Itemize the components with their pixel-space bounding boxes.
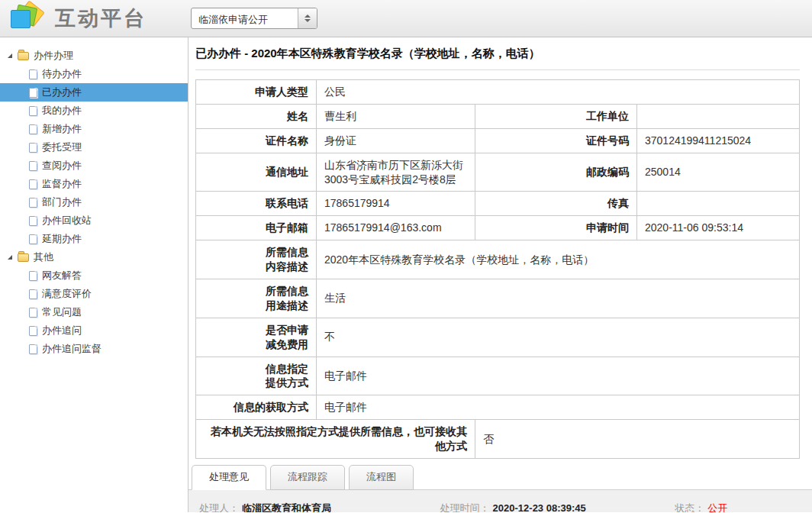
- applicant-type-label: 申请人类型: [196, 80, 317, 105]
- handler-group: 处理人：临淄区教育和体育局: [199, 502, 440, 512]
- postal-code-value: 250014: [637, 153, 800, 192]
- title-divider: [195, 69, 800, 70]
- alternative-method-value: 否: [475, 420, 800, 459]
- sidebar-item-view-items[interactable]: 查阅办件: [0, 156, 188, 175]
- logo-blue-square: [11, 10, 31, 28]
- document-icon: [29, 106, 37, 116]
- info-purpose-label: 所需信息 用途描述: [196, 279, 317, 318]
- document-icon: [29, 124, 37, 134]
- status-group: 状态：公开: [675, 502, 801, 512]
- sidebar-section-item-handling[interactable]: 办件办理: [0, 47, 188, 65]
- channel-select[interactable]: 临淄依申请公开: [191, 8, 317, 29]
- obtain-method-label: 信息的获取方式: [196, 395, 317, 420]
- document-icon: [29, 308, 37, 318]
- sidebar-item-entrusted-acceptance[interactable]: 委托受理: [0, 138, 188, 156]
- sidebar-item-label: 我的办件: [42, 104, 82, 118]
- info-purpose-value: 生活: [317, 279, 800, 318]
- work-unit-value: [637, 104, 800, 128]
- document-icon: [29, 198, 37, 208]
- tab-process-tracking[interactable]: 流程跟踪: [270, 465, 345, 490]
- email-value: 17865179914@163.com: [317, 216, 475, 240]
- main-content: 已办办件 - 2020年本区特殊教育学校名录（学校地址，名称，电话） 申请人类型…: [188, 37, 812, 512]
- sidebar-item-label: 办件追问: [42, 324, 82, 337]
- document-icon: [29, 161, 37, 171]
- app-logo-icon: [9, 3, 44, 34]
- sidebar-item-department-items[interactable]: 部门办件: [0, 193, 188, 211]
- document-icon: [29, 234, 37, 244]
- sidebar-item-todo-items[interactable]: 待办办件: [0, 65, 188, 83]
- sidebar-item-delayed-items[interactable]: 延期办件: [0, 230, 188, 248]
- status-label: 状态：: [675, 502, 704, 512]
- sidebar-item-label: 部门办件: [42, 195, 82, 209]
- sidebar-item-supervised-items[interactable]: 监督办件: [0, 175, 188, 193]
- channel-select-value: 临淄依申请公开: [192, 8, 298, 28]
- name-label: 姓名: [196, 104, 317, 128]
- document-icon: [29, 344, 37, 354]
- sidebar-item-satisfaction-rating[interactable]: 满意度评价: [0, 285, 188, 303]
- app-header: 互动平台 临淄依申请公开: [0, 0, 812, 37]
- select-stepper-icon[interactable]: [298, 8, 317, 28]
- handling-opinion-panel: 处理人：临淄区教育和体育局 处理时间：2020-12-23 08:39:45 状…: [188, 489, 812, 512]
- table-row: 所需信息 用途描述 生活: [196, 279, 800, 318]
- sidebar-item-my-items[interactable]: 我的办件: [0, 102, 188, 120]
- info-content-label: 所需信息 内容描述: [196, 240, 317, 279]
- app-title: 互动平台: [55, 5, 147, 32]
- sidebar-item-label: 委托受理: [42, 140, 82, 154]
- sidebar-item-new-item[interactable]: 新增办件: [0, 120, 188, 138]
- certificate-number-label: 证件号码: [475, 128, 637, 153]
- work-unit-label: 工作单位: [475, 104, 637, 128]
- delivery-method-value: 电子邮件: [317, 357, 800, 395]
- document-icon: [29, 143, 37, 153]
- sidebar-item-label: 新增办件: [42, 122, 82, 136]
- postal-code-label: 邮政编码: [475, 153, 637, 192]
- fee-waiver-value: 不: [317, 318, 800, 357]
- document-icon: [29, 289, 37, 299]
- email-label: 电子邮箱: [196, 216, 317, 240]
- mailing-address-value: 山东省济南市历下区新泺大街3003号宝威科技园2号楼8层: [317, 153, 475, 192]
- sidebar-item-label: 延期办件: [42, 232, 82, 246]
- phone-value: 17865179914: [317, 192, 475, 216]
- name-value: 曹生利: [317, 104, 475, 128]
- expand-arrow-icon[interactable]: [8, 53, 12, 58]
- table-row: 信息的获取方式 电子邮件: [196, 395, 800, 420]
- document-icon: [29, 88, 37, 98]
- applicant-type-value: 公民: [317, 80, 800, 105]
- fee-waiver-label: 是否申请 减免费用: [196, 318, 317, 357]
- expand-arrow-icon[interactable]: [8, 255, 12, 260]
- sidebar-tree: 办件办理 待办办件 已办办件 我的办件 新增办件 委托受理 查阅办件 监督办件: [0, 37, 188, 512]
- handle-time-value: 2020-12-23 08:39:45: [493, 502, 586, 512]
- table-row: 是否申请 减免费用 不: [196, 318, 800, 357]
- sidebar-item-netizen-answers[interactable]: 网友解答: [0, 266, 188, 285]
- certificate-name-value: 身份证: [317, 128, 475, 153]
- sidebar-item-done-items[interactable]: 已办办件: [0, 83, 188, 102]
- table-row: 联系电话 17865179914 传真: [196, 192, 800, 216]
- table-row: 通信地址 山东省济南市历下区新泺大街3003号宝威科技园2号楼8层 邮政编码 2…: [196, 153, 800, 192]
- table-row: 若本机关无法按照指定方式提供所需信息，也可接收其他方式 否: [196, 420, 800, 459]
- alternative-method-label: 若本机关无法按照指定方式提供所需信息，也可接收其他方式: [196, 420, 475, 459]
- sidebar-section-label: 办件办理: [34, 49, 73, 63]
- sidebar-item-label: 满意度评价: [42, 287, 92, 301]
- document-icon: [29, 271, 37, 281]
- document-icon: [29, 326, 37, 336]
- info-content-value: 2020年本区特殊教育学校名录（学校地址，名称，电话）: [317, 240, 800, 279]
- page-title: 已办办件 - 2020年本区特殊教育学校名录（学校地址，名称，电话）: [195, 47, 800, 61]
- apply-time-value: 2020-11-06 09:53:14: [637, 216, 800, 240]
- sidebar-section-others[interactable]: 其他: [0, 248, 188, 266]
- sidebar-item-recycle-bin[interactable]: 办件回收站: [0, 211, 188, 230]
- table-row: 姓名 曹生利 工作单位: [196, 104, 800, 128]
- certificate-name-label: 证件名称: [196, 128, 317, 153]
- table-row: 信息指定 提供方式 电子邮件: [196, 357, 800, 395]
- sidebar-item-followup-supervision[interactable]: 办件追问监督: [0, 340, 188, 358]
- table-row: 所需信息 内容描述 2020年本区特殊教育学校名录（学校地址，名称，电话）: [196, 240, 800, 279]
- delivery-method-label: 信息指定 提供方式: [196, 357, 317, 395]
- tab-handling-opinion[interactable]: 处理意见: [192, 465, 266, 490]
- folder-icon: [18, 253, 29, 262]
- sidebar-item-faq[interactable]: 常见问题: [0, 303, 188, 321]
- sidebar-item-label: 网友解答: [42, 269, 82, 282]
- sidebar-item-item-followup[interactable]: 办件追问: [0, 321, 188, 340]
- document-icon: [29, 216, 37, 226]
- certificate-number-value: 370124199411215024: [637, 128, 800, 153]
- obtain-method-value: 电子邮件: [317, 395, 800, 420]
- arrow-up-icon: [304, 15, 311, 18]
- tab-flow-chart[interactable]: 流程图: [349, 465, 414, 490]
